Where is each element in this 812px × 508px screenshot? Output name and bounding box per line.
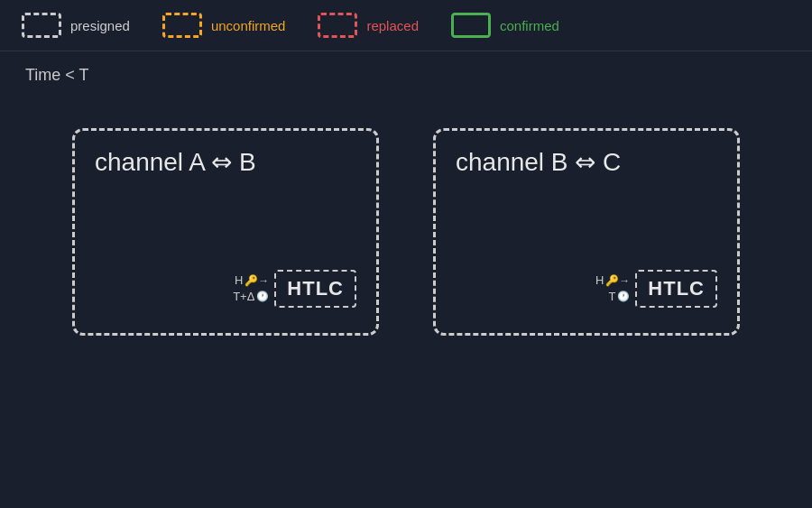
legend-item-presigned: presigned [22, 13, 130, 38]
channel-ab-box: channel A ⇔ B H 🔑→ T+Δ 🕐 HTLC [72, 128, 379, 336]
legend-item-replaced: replaced [318, 13, 419, 38]
legend-label-unconfirmed: unconfirmed [211, 18, 286, 33]
channel-bc-box: channel B ⇔ C H 🔑→ T 🕐 HTLC [433, 128, 740, 336]
legend-box-replaced [318, 13, 357, 38]
legend-label-replaced: replaced [366, 18, 419, 33]
legend-label-presigned: presigned [70, 18, 130, 33]
channel-ab-htlc-row1: H 🔑→ [235, 272, 269, 289]
channel-ab-htlc-box: HTLC [274, 270, 356, 308]
channel-ab-htlc-labels: H 🔑→ T+Δ 🕐 [233, 272, 269, 305]
channel-bc-clock-icon: 🕐 [617, 290, 630, 303]
channel-ab-key-icon: 🔑→ [245, 273, 269, 289]
channel-bc-t: T [608, 289, 615, 305]
legend-bar: presigned unconfirmed replaced confirmed [0, 0, 812, 51]
channel-ab-htlc-row2: T+Δ 🕐 [233, 289, 269, 305]
channel-ab-htlc-container: H 🔑→ T+Δ 🕐 HTLC [233, 270, 356, 308]
channel-bc-htlc-box: HTLC [635, 270, 717, 308]
channel-bc-htlc-row2: T 🕐 [608, 289, 630, 305]
legend-item-confirmed: confirmed [451, 13, 559, 38]
main-area: channel A ⇔ B H 🔑→ T+Δ 🕐 HTLC channel B … [0, 92, 812, 372]
time-label: Time < T [0, 51, 812, 92]
legend-box-unconfirmed [162, 13, 202, 38]
channel-bc-htlc-container: H 🔑→ T 🕐 HTLC [595, 270, 717, 308]
channel-ab-t-delta: T+Δ [233, 289, 254, 305]
legend-box-confirmed [451, 13, 491, 38]
channel-bc-htlc-row1: H 🔑→ [595, 272, 630, 289]
legend-label-confirmed: confirmed [500, 18, 559, 33]
channel-bc-key-icon: 🔑→ [605, 273, 630, 289]
channel-bc-h-key: H [595, 272, 604, 289]
channel-ab-clock-icon: 🕐 [256, 290, 269, 303]
channel-bc-htlc-labels: H 🔑→ T 🕐 [595, 272, 630, 305]
legend-item-unconfirmed: unconfirmed [162, 13, 286, 38]
legend-box-presigned [22, 13, 61, 38]
channel-ab-title: channel A ⇔ B [95, 147, 356, 177]
channel-bc-title: channel B ⇔ C [456, 147, 717, 177]
channel-ab-h-key: H [235, 272, 243, 289]
